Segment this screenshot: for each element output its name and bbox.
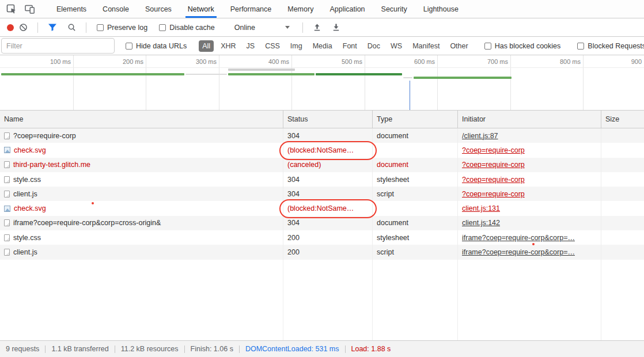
timeline-gridline — [73, 55, 74, 110]
tab-performance[interactable]: Performance — [222, 0, 280, 18]
tab-security[interactable]: Security — [373, 0, 415, 18]
timeline-tick: 300 ms — [196, 58, 217, 65]
request-row[interactable]: third-party-test.glitch.me(canceled)docu… — [0, 158, 644, 172]
has-blocked-cookies-label: Has blocked cookies — [495, 42, 561, 50]
inspect-element-icon[interactable] — [5, 2, 18, 16]
name-cell: style.css — [0, 172, 283, 187]
checkbox-box — [159, 24, 166, 31]
filter-type-manifest[interactable]: Manifest — [409, 40, 443, 52]
initiator-cell: iframe?coep=require-corp&corp=… — [458, 230, 601, 245]
column-header-status[interactable]: Status — [283, 111, 373, 128]
filter-type-xhr[interactable]: XHR — [217, 40, 239, 52]
request-row[interactable]: style.css200stylesheetiframe?coep=requir… — [0, 230, 644, 245]
initiator-cell: ?coep=require-corp — [458, 143, 601, 157]
filter-type-js[interactable]: JS — [243, 40, 259, 52]
hide-data-urls-checkbox[interactable]: Hide data URLs — [126, 42, 187, 50]
initiator-link[interactable]: ?coep=require-corp — [462, 190, 525, 198]
timeline-tick: 700 ms — [487, 58, 508, 65]
initiator-link[interactable]: client.js:131 — [462, 204, 500, 212]
request-row[interactable]: style.css304stylesheet?coep=require-corp — [0, 172, 644, 187]
blocked-requests-checkbox[interactable]: Blocked Requests — [577, 42, 644, 50]
initiator-link[interactable]: client.js:142 — [462, 219, 500, 227]
request-name: check.svg — [14, 146, 46, 154]
throttling-value: Online — [234, 24, 255, 32]
filter-type-media[interactable]: Media — [309, 40, 336, 52]
tab-console[interactable]: Console — [94, 0, 137, 18]
name-cell: check.svg — [0, 143, 283, 157]
summary-transferred: 1.1 kB transferred — [46, 345, 114, 353]
filter-icon[interactable] — [48, 24, 57, 31]
request-name: client.js — [13, 248, 37, 256]
status-cell: 200 — [283, 245, 373, 259]
initiator-link[interactable]: iframe?coep=require-corp&corp=… — [462, 248, 575, 256]
initiator-link[interactable]: ?coep=require-corp — [462, 161, 525, 169]
filter-type-doc[interactable]: Doc — [364, 40, 384, 52]
requests-table: ?coep=require-corp304document/client.js:… — [0, 128, 644, 260]
filter-type-ws[interactable]: WS — [387, 40, 406, 52]
filter-type-img[interactable]: Img — [287, 40, 306, 52]
search-icon[interactable] — [67, 23, 76, 32]
request-name: third-party-test.glitch.me — [13, 161, 90, 169]
column-header-name[interactable]: Name — [0, 111, 283, 128]
blocked-requests-label: Blocked Requests — [588, 42, 644, 50]
tab-elements[interactable]: Elements — [48, 0, 94, 18]
clear-icon[interactable] — [19, 23, 28, 32]
initiator-cell: iframe?coep=require-corp&corp=… — [458, 245, 601, 259]
throttling-dropdown[interactable]: Online — [234, 24, 290, 32]
status-cell: 304 — [283, 187, 373, 201]
disable-cache-label: Disable cache — [169, 24, 215, 32]
network-overview[interactable]: 100 ms200 ms300 ms400 ms500 ms600 ms700 … — [0, 55, 644, 111]
device-toolbar-icon[interactable] — [23, 2, 37, 16]
request-name: client.js — [13, 190, 37, 198]
type-cell: document — [373, 216, 458, 230]
hide-data-urls-label: Hide data URLs — [136, 42, 187, 50]
filter-input[interactable] — [1, 38, 115, 54]
column-header-initiator[interactable]: Initiator — [458, 111, 601, 128]
request-row[interactable]: client.js304script?coep=require-corp — [0, 187, 644, 201]
filter-type-all[interactable]: All — [199, 40, 214, 52]
request-row[interactable]: ?coep=require-corp304document/client.js:… — [0, 128, 644, 143]
size-cell — [601, 172, 644, 187]
tab-memory[interactable]: Memory — [279, 0, 321, 18]
status-cell: 304 — [283, 128, 373, 143]
column-header-size[interactable]: Size — [601, 111, 644, 128]
initiator-link[interactable]: ?coep=require-corp — [462, 146, 525, 154]
column-header-type[interactable]: Type — [373, 111, 458, 128]
checkbox-box — [97, 24, 104, 31]
network-toolbar: Preserve log Disable cache Online — [0, 18, 644, 37]
initiator-link[interactable]: ?coep=require-corp — [462, 176, 525, 184]
timeline-gridline — [437, 55, 438, 110]
filter-type-css[interactable]: CSS — [262, 40, 283, 52]
record-button[interactable] — [7, 24, 14, 31]
preserve-log-checkbox[interactable]: Preserve log — [97, 24, 147, 32]
import-har-icon[interactable] — [313, 23, 321, 32]
filter-type-other[interactable]: Other — [446, 40, 471, 52]
tab-sources[interactable]: Sources — [137, 0, 180, 18]
request-row[interactable]: client.js200scriptiframe?coep=require-co… — [0, 245, 644, 259]
tab-application[interactable]: Application — [321, 0, 373, 18]
size-cell — [601, 201, 644, 215]
export-har-icon[interactable] — [332, 23, 340, 32]
type-cell: document — [373, 128, 458, 143]
checkbox-box — [484, 43, 491, 50]
document-file-icon — [4, 191, 10, 198]
tool-icons — [0, 0, 39, 18]
disable-cache-checkbox[interactable]: Disable cache — [159, 24, 215, 32]
initiator-link[interactable]: /client.js:87 — [462, 132, 498, 140]
request-row[interactable]: iframe?coep=require-corp&corp=cross-orig… — [0, 216, 644, 230]
size-cell — [601, 230, 644, 245]
divider — [86, 22, 86, 33]
initiator-link[interactable]: iframe?coep=require-corp&corp=… — [462, 234, 575, 242]
status-cell: (blocked:NotSame… — [283, 201, 373, 215]
filter-type-font[interactable]: Font — [339, 40, 361, 52]
empty-column — [283, 260, 373, 340]
size-cell — [601, 128, 644, 143]
request-row[interactable]: check.svg(blocked:NotSame…client.js:131 — [0, 201, 644, 215]
tab-lighthouse[interactable]: Lighthouse — [415, 0, 467, 18]
waterfall-bar — [185, 74, 227, 75]
request-row[interactable]: check.svg(blocked:NotSame…?coep=require-… — [0, 143, 644, 157]
summary-resources: 11.2 kB resources — [115, 345, 184, 353]
tab-network[interactable]: Network — [180, 0, 222, 18]
timeline-tick: 500 ms — [342, 58, 362, 65]
has-blocked-cookies-checkbox[interactable]: Has blocked cookies — [484, 42, 561, 50]
